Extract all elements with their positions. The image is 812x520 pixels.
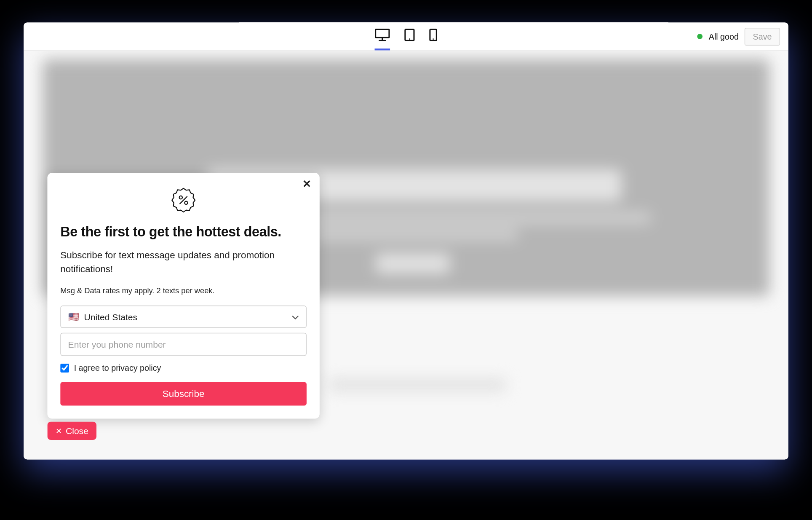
mobile-icon	[429, 28, 438, 41]
subscribe-button[interactable]: Subscribe	[60, 382, 307, 405]
device-tab-mobile[interactable]	[429, 22, 438, 50]
status-dot-icon	[697, 34, 703, 39]
agree-label: I agree to privacy policy	[74, 363, 161, 372]
phone-input[interactable]	[60, 333, 307, 356]
editor-topbar: All good Save	[24, 22, 788, 51]
editor-canvas: All good Save ✕	[24, 22, 788, 459]
flag-icon: 🇺🇸	[68, 311, 80, 322]
close-icon[interactable]: ✕	[302, 179, 311, 189]
popup-fine-print: Msg & Data rates my apply. 2 texts per w…	[60, 286, 307, 295]
svg-line-9	[180, 197, 187, 204]
popup-title: Be the first to get the hottest deals.	[60, 224, 307, 240]
preview-area: ✕ Be the first to get the hottest deals.…	[24, 51, 788, 460]
save-button[interactable]: Save	[745, 27, 780, 45]
device-tab-tablet[interactable]	[404, 22, 415, 50]
status-text: All good	[709, 32, 739, 41]
svg-point-6	[433, 38, 434, 40]
svg-point-8	[184, 201, 187, 204]
country-name: United States	[84, 312, 138, 322]
svg-point-7	[179, 196, 182, 199]
svg-rect-0	[376, 29, 389, 38]
status-cluster: All good Save	[697, 27, 780, 45]
percent-badge-icon	[60, 187, 307, 213]
tablet-icon	[404, 28, 415, 41]
svg-point-4	[409, 38, 410, 40]
close-label: Close	[66, 426, 88, 436]
agree-row[interactable]: I agree to privacy policy	[60, 363, 307, 372]
chevron-down-icon	[292, 312, 299, 322]
desktop-icon	[375, 28, 390, 41]
device-switcher	[375, 22, 438, 50]
popup-subtitle: Subscribe for text message updates and p…	[60, 248, 307, 276]
device-tab-desktop[interactable]	[375, 22, 390, 50]
agree-checkbox[interactable]	[60, 363, 69, 372]
close-button[interactable]: ✕ Close	[47, 422, 96, 440]
subscribe-popup: ✕ Be the first to get the hottest deals.…	[47, 173, 319, 418]
close-x-icon: ✕	[56, 427, 62, 434]
country-select[interactable]: 🇺🇸 United States	[60, 306, 307, 328]
